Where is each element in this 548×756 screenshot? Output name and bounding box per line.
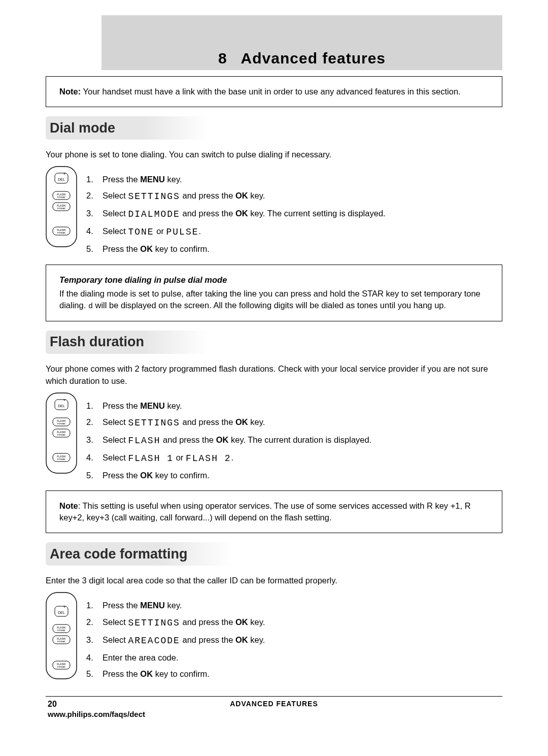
manual-page: 8 Advanced features Note: Your handset m… [46,0,502,741]
list-item: Select DIALMODE and press the OK key. Th… [86,205,386,223]
list-item: Select AREACODE and press the OK key. [86,632,265,649]
section-heading: Area code formatting [46,546,188,562]
tip-text: If the dialing mode is set to pulse, aft… [59,289,481,310]
list-item: Enter the area code. [86,649,265,666]
svg-text:FORMAT: FORMAT [57,666,66,668]
areacode-steps-block: DEL FLASH/ FORMAT FLASH/ FORMAT FLASH/ F… [46,592,502,682]
svg-text:FORMAT: FORMAT [57,196,66,199]
svg-text:FORMAT: FORMAT [57,207,66,210]
page-footer: 20 Advanced Features www.philips.com/faq… [46,696,502,721]
dial-mode-steps-block: DEL FLASH/ FORMAT FLASH/ FORMAT FLASH/ F… [46,166,502,257]
section-heading: Dial mode [46,120,115,136]
tip-heading: Temporary tone dialing in pulse dial mod… [59,274,489,286]
svg-text:FORMAT: FORMAT [57,422,66,425]
flash-intro: Your phone comes with 2 factory programm… [46,363,502,387]
footer-url: www.philips.com/faqs/dect [48,710,145,718]
handset-keypad-icon: DEL FLASH/ FORMAT FLASH/ FORMAT FLASH/ F… [46,166,77,247]
top-note-box: Note: Your handset must have a link with… [46,76,502,107]
list-item: Select FLASH and press the OK key. The c… [86,432,371,449]
chapter-banner: 8 Advanced features [101,15,502,70]
svg-text:DEL: DEL [58,178,65,181]
svg-text:FORMAT: FORMAT [57,629,66,632]
top-note-text: Your handset must have a link with the b… [83,87,460,96]
section-header-flash: Flash duration [46,331,502,354]
chapter-title: 8 Advanced features [218,50,386,67]
list-item: Select SETTINGS and press the OK key. [86,614,265,632]
list-item: Press the MENU key. [86,597,265,613]
list-item: Select TONE or PULSE. [86,223,386,241]
dial-mode-steps: Press the MENU key. Select SETTINGS and … [86,171,386,257]
chapter-name: Advanced features [241,50,386,67]
areacode-intro: Enter the 3 digit local area code so tha… [46,575,502,587]
note-label: Note: [59,87,81,96]
flash-steps: Press the MENU key. Select SETTINGS and … [86,398,371,484]
svg-text:FORMAT: FORMAT [57,458,66,461]
svg-text:FORMAT: FORMAT [57,232,66,234]
dial-mode-tip-box: Temporary tone dialing in pulse dial mod… [46,265,502,321]
footer-chapter-label: Advanced Features [46,700,502,708]
note-label: Note [59,501,78,510]
handset-keypad-icon: DEL FLASH/ FORMAT FLASH/ FORMAT FLASH/ F… [46,392,77,474]
dial-mode-intro: Your phone is set to tone dialing. You c… [46,149,502,161]
handset-keypad-icon: DEL FLASH/ FORMAT FLASH/ FORMAT FLASH/ F… [46,592,77,679]
list-item: Select SETTINGS and press the OK key. [86,414,371,432]
list-item: Press the OK key to confirm. [86,241,386,257]
list-item: Press the MENU key. [86,171,386,187]
flash-note-box: Note: This setting is useful when using … [46,490,502,533]
section-heading: Flash duration [46,334,144,350]
list-item: Press the OK key to confirm. [86,467,371,483]
section-header-dial-mode: Dial mode [46,116,502,140]
list-item: Select SETTINGS and press the OK key. [86,187,386,205]
svg-text:FORMAT: FORMAT [57,434,66,436]
chapter-number: 8 [218,50,227,67]
section-header-areacode: Area code formatting [46,542,502,566]
list-item: Press the MENU key. [86,398,371,414]
svg-text:DEL: DEL [58,404,65,408]
list-item: Press the OK key to confirm. [86,666,265,682]
list-item: Select FLASH 1 or FLASH 2. [86,449,371,467]
svg-text:FORMAT: FORMAT [57,640,66,643]
flash-steps-block: DEL FLASH/ FORMAT FLASH/ FORMAT FLASH/ F… [46,392,502,484]
areacode-steps: Press the MENU key. Select SETTINGS and … [86,597,265,682]
flash-note-text: : This setting is useful when using oper… [59,501,471,522]
svg-text:DEL: DEL [58,611,65,614]
